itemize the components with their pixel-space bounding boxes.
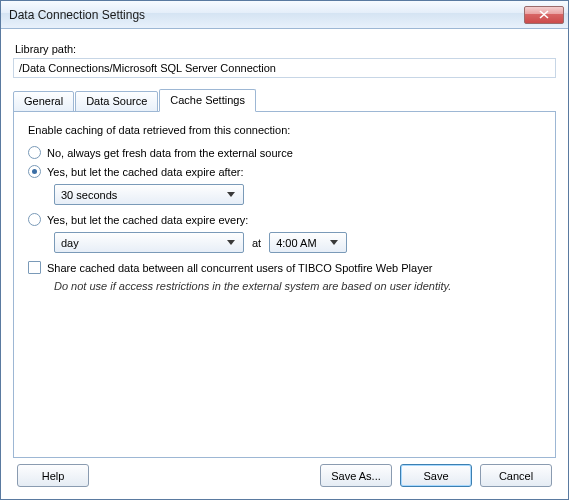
expire-after-duration-value: 30 seconds	[61, 189, 222, 201]
expire-every-unit-combo[interactable]: day	[54, 232, 244, 253]
expire-every-time-combo[interactable]: 4:00 AM	[269, 232, 347, 253]
cache-settings-panel: Enable caching of data retrieved from th…	[13, 111, 556, 458]
title-bar: Data Connection Settings	[1, 1, 568, 29]
close-icon	[539, 10, 549, 19]
option-no-row[interactable]: No, always get fresh data from the exter…	[28, 146, 541, 159]
save-as-button-label: Save As...	[331, 470, 381, 482]
tab-data-source[interactable]: Data Source	[75, 91, 158, 112]
share-cached-row[interactable]: Share cached data between all concurrent…	[28, 261, 541, 274]
library-path-label: Library path:	[15, 43, 556, 55]
save-button[interactable]: Save	[400, 464, 472, 487]
expire-after-duration-combo[interactable]: 30 seconds	[54, 184, 244, 205]
share-cached-checkbox[interactable]	[28, 261, 41, 274]
share-cached-note: Do not use if access restrictions in the…	[54, 280, 541, 292]
chevron-down-icon	[222, 192, 239, 197]
chevron-down-icon	[222, 240, 239, 245]
at-label: at	[252, 237, 261, 249]
option-expire-after-row[interactable]: Yes, but let the cached data expire afte…	[28, 165, 541, 178]
radio-no-label: No, always get fresh data from the exter…	[47, 147, 293, 159]
client-area: Library path: /Data Connections/Microsof…	[1, 29, 568, 499]
tab-general[interactable]: General	[13, 91, 74, 112]
window-title: Data Connection Settings	[9, 8, 524, 22]
tab-cache-settings[interactable]: Cache Settings	[159, 89, 256, 112]
expire-every-time-value: 4:00 AM	[276, 237, 325, 249]
cache-intro-label: Enable caching of data retrieved from th…	[28, 124, 541, 136]
radio-no[interactable]	[28, 146, 41, 159]
dialog-window: Data Connection Settings Library path: /…	[0, 0, 569, 500]
save-as-button[interactable]: Save As...	[320, 464, 392, 487]
help-button[interactable]: Help	[17, 464, 89, 487]
tab-strip: General Data Source Cache Settings	[13, 88, 556, 111]
close-button[interactable]	[524, 6, 564, 24]
share-cached-label: Share cached data between all concurrent…	[47, 262, 432, 274]
cancel-button[interactable]: Cancel	[480, 464, 552, 487]
library-path-field[interactable]: /Data Connections/Microsoft SQL Server C…	[13, 58, 556, 78]
radio-expire-after-label: Yes, but let the cached data expire afte…	[47, 166, 244, 178]
radio-expire-every-label: Yes, but let the cached data expire ever…	[47, 214, 248, 226]
expire-every-controls: day at 4:00 AM	[54, 232, 541, 253]
help-button-label: Help	[42, 470, 65, 482]
chevron-down-icon	[325, 240, 342, 245]
radio-expire-after[interactable]	[28, 165, 41, 178]
expire-after-controls: 30 seconds	[54, 184, 541, 205]
radio-expire-every[interactable]	[28, 213, 41, 226]
cancel-button-label: Cancel	[499, 470, 533, 482]
expire-every-unit-value: day	[61, 237, 222, 249]
option-expire-every-row[interactable]: Yes, but let the cached data expire ever…	[28, 213, 541, 226]
save-button-label: Save	[423, 470, 448, 482]
dialog-footer: Help Save As... Save Cancel	[13, 464, 556, 491]
